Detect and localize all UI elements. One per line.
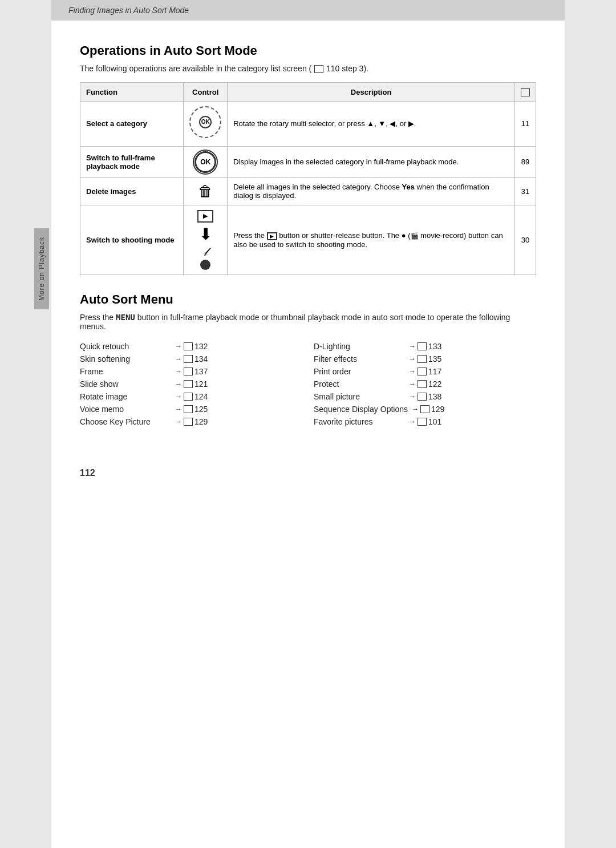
section1-title: Operations in Auto Sort Mode	[80, 43, 536, 58]
ctrl-rotary: OK	[184, 101, 228, 146]
list-item: Frame → 137	[80, 365, 302, 378]
th-control: Control	[184, 83, 228, 102]
th-description: Description	[228, 83, 515, 102]
shooting-icons-group: ▶ ⬇ 𝓁	[189, 210, 221, 270]
page-delete: 31	[515, 177, 536, 205]
menu-col2: D-Lighting → 133 Filter effects → 135 Pr…	[314, 340, 536, 428]
list-item: Print order → 117	[314, 365, 536, 378]
play-inline-icon: ▶	[267, 232, 277, 240]
list-item: Quick retouch → 132	[80, 340, 302, 353]
list-item: Favorite pictures → 101	[314, 415, 536, 428]
list-item: Voice memo → 125	[80, 403, 302, 415]
movie-ref-icon: 🎬	[411, 232, 419, 240]
fn-select-category: Select a category	[80, 101, 184, 146]
menu-intro-paragraph: Press the MENU button in full-frame play…	[80, 313, 536, 331]
ok-circle-icon: OK	[194, 151, 216, 173]
list-item: D-Lighting → 133	[314, 340, 536, 353]
th-function: Function	[80, 83, 184, 102]
script-icon: 𝓁	[204, 246, 207, 257]
top-bar: Finding Images in Auto Sort Mode	[51, 0, 565, 21]
table-row: Switch to shooting mode ▶ ⬇ 𝓁	[80, 205, 536, 274]
desc-select-category: Rotate the rotary multi selector, or pre…	[228, 101, 515, 146]
table-row: Delete images 🗑 Delete all images in the…	[80, 177, 536, 205]
ok-btn-inner: OK	[199, 116, 212, 128]
book-ref-icon	[314, 65, 323, 73]
menu-grid: Quick retouch → 132 Skin softening → 134…	[80, 340, 536, 428]
list-item: Filter effects → 135	[314, 353, 536, 365]
page-number: 112	[80, 468, 95, 478]
operations-table: Function Control Description Select a ca…	[80, 82, 536, 275]
page-fullframe: 89	[515, 146, 536, 177]
ctrl-shooting: ▶ ⬇ 𝓁	[184, 205, 228, 274]
th-book-icon	[521, 88, 530, 96]
menu-label: MENU	[116, 313, 135, 322]
list-item: Skin softening → 134	[80, 353, 302, 365]
list-item: Small picture → 138	[314, 390, 536, 403]
main-content: Operations in Auto Sort Mode The followi…	[51, 21, 565, 462]
page: Finding Images in Auto Sort Mode More on…	[51, 0, 565, 848]
top-bar-text: Finding Images in Auto Sort Mode	[68, 6, 189, 15]
desc-fullframe: Display images in the selected category …	[228, 146, 515, 177]
shutter-arrow-icon: ⬇	[199, 225, 212, 244]
fn-delete: Delete images	[80, 177, 184, 205]
menu-col1: Quick retouch → 132 Skin softening → 134…	[80, 340, 302, 428]
list-item: Slide show → 121	[80, 378, 302, 390]
fn-fullframe: Switch to full-frame playback mode	[80, 146, 184, 177]
ctrl-ok: OK	[184, 146, 228, 177]
list-item: Rotate image → 124	[80, 390, 302, 403]
play-button-icon: ▶	[197, 210, 213, 223]
list-item: Choose Key Picture → 129	[80, 415, 302, 428]
desc-delete: Delete all images in the selected catego…	[228, 177, 515, 205]
ctrl-delete: 🗑	[184, 177, 228, 205]
movie-record-icon	[200, 260, 210, 270]
table-row: Switch to full-frame playback mode OK Di…	[80, 146, 536, 177]
th-page-ref	[515, 83, 536, 102]
section2-title: Auto Sort Menu	[80, 292, 536, 307]
page-shooting: 30	[515, 205, 536, 274]
table-row: Select a category OK Rotate the rotary m…	[80, 101, 536, 146]
page-number-footer: 112	[51, 462, 565, 484]
desc-shooting: Press the ▶ button or shutter-release bu…	[228, 205, 515, 274]
delete-icon: 🗑	[198, 183, 213, 200]
list-item: Protect → 122	[314, 378, 536, 390]
rotary-selector-icon: OK	[189, 106, 221, 138]
sidebar-tab: More on Playback	[34, 228, 49, 309]
page-select-category: 11	[515, 101, 536, 146]
fn-shooting: Switch to shooting mode	[80, 205, 184, 274]
list-item: Sequence Display Options → 129	[314, 403, 536, 415]
intro-paragraph: The following operations are available i…	[80, 64, 536, 73]
